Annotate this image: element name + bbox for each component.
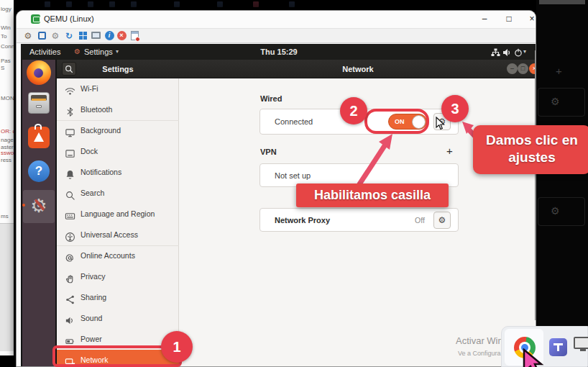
- ghost-card: [538, 88, 585, 117]
- bell-icon: [65, 167, 75, 178]
- background-text: MON: [1, 95, 14, 101]
- background-text: Win: [1, 24, 14, 31]
- dimmed-background-zone: + ⚙ ⚙: [536, 0, 588, 367]
- background-toolbar-ghost: [45, 1, 50, 7]
- dock-icon: [65, 146, 75, 157]
- machine-icon[interactable]: ⚙: [22, 30, 34, 42]
- background-toolbar-ghost: [174, 1, 180, 7]
- proxy-settings-button[interactable]: ⚙: [433, 212, 451, 229]
- ghost-plus: +: [556, 65, 562, 77]
- refresh-icon[interactable]: ↻: [63, 30, 75, 42]
- highlight-cursor: [518, 348, 551, 367]
- background-text: sswo: [1, 150, 14, 156]
- power-icon[interactable]: [514, 47, 523, 57]
- windows-icon[interactable]: [77, 30, 88, 42]
- background-toolbar-ghost: [217, 1, 223, 7]
- sharing-icon: [65, 292, 75, 303]
- sidebar-item-bluetooth[interactable]: Bluetooth: [57, 99, 179, 120]
- volume-icon[interactable]: [502, 47, 511, 57]
- sidebar-item-sound[interactable]: Sound: [57, 308, 179, 329]
- step2-badge: 2: [340, 97, 367, 124]
- background-toolbar-ghost: [253, 1, 259, 7]
- background-toolbar-ghost: [88, 1, 93, 7]
- accessibility-icon: [65, 230, 75, 240]
- clock[interactable]: Thu 15:29: [21, 44, 536, 60]
- sidebar-item-search[interactable]: Search: [57, 183, 179, 204]
- settings-dock-icon[interactable]: ⚙: [23, 190, 55, 223]
- firefox-icon[interactable]: [27, 60, 51, 85]
- sidebar-item-dock[interactable]: Dock: [57, 141, 179, 162]
- settings-sidebar: Wi-Fi Bluetooth Background Dock: [57, 78, 179, 367]
- settings-icon[interactable]: ⚙: [50, 30, 61, 42]
- activate-windows-watermark: Activar Win: [456, 335, 503, 346]
- screenshot-icon[interactable]: [90, 30, 101, 42]
- wifi-icon: [65, 83, 75, 94]
- background-panel: [0, 223, 14, 351]
- settings-note-label: Damos clic en ajustes: [473, 125, 588, 174]
- background-tab-ghost: [539, 0, 585, 4]
- bluetooth-icon: [65, 104, 75, 115]
- window-close-icon[interactable]: [129, 30, 140, 42]
- qemu-titlebar[interactable]: QEMU (Linux) – □ ×: [17, 11, 536, 28]
- sidebar-item-notifications[interactable]: Notifications: [57, 162, 179, 183]
- background-text: Pas: [1, 58, 14, 64]
- sidebar-item-privacy[interactable]: Privacy: [57, 266, 179, 287]
- background-icon: [65, 125, 75, 136]
- background-text: ress: [1, 157, 14, 163]
- settings-headerbar: Settings Network – □ ×: [57, 60, 536, 78]
- sidebar-item-sharing[interactable]: Sharing: [57, 287, 179, 308]
- language-icon: [65, 209, 75, 219]
- vm-display: Activities ⚙ Settings ▾ Thu 15:29 ▾: [21, 44, 536, 367]
- step2-highlight-box: [364, 109, 429, 134]
- fullscreen-icon[interactable]: [36, 30, 47, 42]
- background-toolbar-ghost: [66, 1, 72, 7]
- maximize-button[interactable]: □: [502, 12, 515, 26]
- privacy-icon: [65, 271, 75, 282]
- wired-section-title: Wired: [260, 94, 282, 103]
- qemu-app-icon: [31, 14, 40, 24]
- files-icon[interactable]: [28, 92, 50, 114]
- background-toolbar-ghost: [109, 1, 115, 7]
- gnome-top-bar: Activities ⚙ Settings ▾ Thu 15:29 ▾: [21, 44, 536, 60]
- sidebar-item-language[interactable]: Language and Region: [57, 204, 179, 225]
- qemu-window-title: QEMU (Linux): [44, 14, 94, 23]
- teams-icon[interactable]: [549, 338, 567, 356]
- settings-note-line1: Damos clic en: [473, 132, 588, 149]
- step1-badge: 1: [161, 331, 193, 363]
- stop-icon[interactable]: ×: [116, 30, 127, 42]
- network-proxy-row[interactable]: Network Proxy Off ⚙: [259, 208, 459, 232]
- minimize-button[interactable]: –: [478, 12, 491, 26]
- background-text: ms: [1, 213, 14, 219]
- sidebar-item-online-accounts[interactable]: Online Accounts: [57, 245, 179, 266]
- background-text: To: [1, 33, 14, 40]
- ethernet-icon[interactable]: [491, 47, 500, 57]
- close-button[interactable]: ×: [525, 12, 536, 26]
- background-toolbar-ghost: [131, 1, 137, 7]
- search-icon: [65, 188, 75, 199]
- settings-maximize-button[interactable]: □: [518, 63, 528, 74]
- sidebar-item-background[interactable]: Background: [57, 120, 179, 141]
- scrollbar[interactable]: [535, 50, 536, 320]
- virtual-desktop-icon[interactable]: [574, 337, 588, 349]
- sound-icon: [65, 313, 75, 324]
- power-icon: [65, 334, 75, 345]
- add-vpn-button[interactable]: +: [446, 145, 453, 157]
- ghost-card: [538, 197, 585, 226]
- background-text: S: [1, 65, 14, 71]
- ghost-gear-icon: ⚙: [551, 96, 560, 107]
- online-accounts-icon: [65, 250, 75, 261]
- screen: logy Win To Conne Pas S MON OR: c nage a…: [0, 0, 588, 367]
- help-icon[interactable]: ?: [28, 160, 50, 182]
- sidebar-title: Settings: [57, 60, 179, 78]
- info-icon[interactable]: i: [104, 30, 115, 42]
- ubuntu-software-icon[interactable]: [28, 127, 50, 148]
- sidebar-item-wifi[interactable]: Wi-Fi: [57, 78, 179, 99]
- caret-down-icon[interactable]: ▾: [523, 44, 526, 60]
- proxy-status: Off: [415, 216, 425, 225]
- qemu-window: QEMU (Linux) – □ × ⚙ ⚙ ↻ i × Activities …: [16, 10, 536, 367]
- settings-minimize-button[interactable]: –: [507, 63, 518, 74]
- page-title: Network: [179, 60, 536, 78]
- mouse-cursor: [436, 117, 446, 131]
- sidebar-item-universal-access[interactable]: Universal Access: [57, 225, 179, 245]
- background-text: nage: [1, 137, 14, 143]
